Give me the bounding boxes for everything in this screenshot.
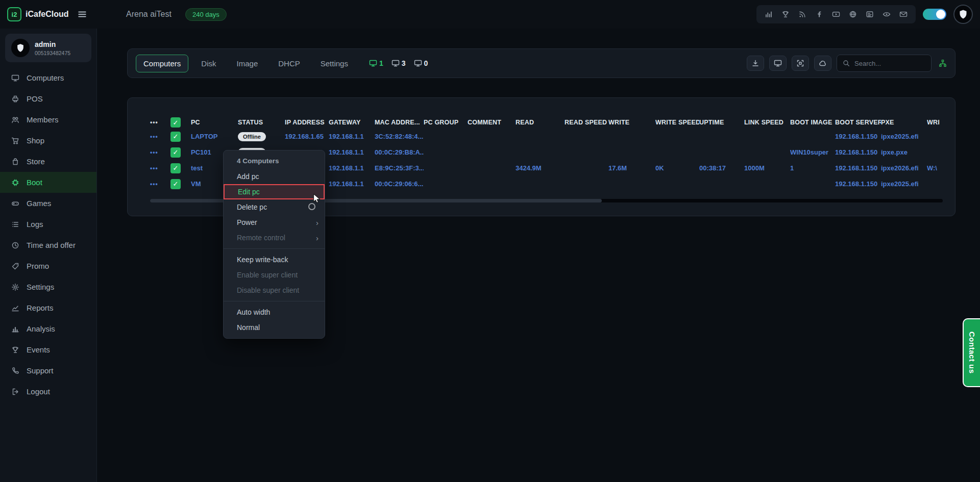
network-topology-icon[interactable] bbox=[939, 59, 947, 67]
cell-boot_server: 192.168.1.150 bbox=[835, 133, 877, 140]
col-write: WRITE bbox=[608, 119, 655, 126]
sidebar-item-store[interactable]: Store bbox=[0, 151, 96, 172]
workspace-title: Arena aiTest bbox=[126, 10, 172, 19]
import-button[interactable] bbox=[747, 56, 764, 71]
sidebar-item-logs[interactable]: Logs bbox=[0, 214, 96, 235]
menu-item-auto-width[interactable]: Auto width bbox=[224, 305, 325, 320]
stats-icon[interactable] bbox=[765, 10, 773, 18]
tab-disk[interactable]: Disk bbox=[193, 55, 224, 72]
cell-mac: 00:0C:29:B8:A... bbox=[375, 148, 424, 156]
facebook-icon[interactable] bbox=[815, 10, 823, 18]
logout-icon bbox=[11, 388, 19, 396]
monitor-button[interactable] bbox=[769, 56, 787, 71]
row-checkbox[interactable]: ✓ bbox=[170, 163, 181, 173]
row-actions-button[interactable]: ••• bbox=[150, 165, 158, 172]
menu-item-power[interactable]: Power› bbox=[224, 215, 325, 230]
sidebar-item-boot[interactable]: Boot bbox=[0, 172, 96, 193]
menu-item-enable-super-client[interactable]: Enable super client bbox=[224, 267, 325, 283]
sidebar-item-settings[interactable]: Settings bbox=[0, 276, 96, 297]
globe-icon[interactable] bbox=[849, 10, 857, 18]
eye-icon[interactable] bbox=[883, 10, 891, 18]
col-pc: PC bbox=[191, 119, 238, 126]
sidebar-item-support[interactable]: Support bbox=[0, 360, 96, 381]
context-menu: 4 Computers Add pcEdit pcDelete pcPower›… bbox=[223, 150, 325, 339]
menu-divider bbox=[224, 248, 325, 249]
avatar[interactable] bbox=[953, 5, 973, 24]
trophy-icon[interactable] bbox=[781, 10, 790, 18]
cell-gateway: 192.168.1.1 bbox=[329, 164, 364, 172]
pc-counter-0: 1 bbox=[369, 59, 383, 67]
pc-name[interactable]: test bbox=[191, 164, 203, 172]
row-checkbox[interactable]: ✓ bbox=[170, 132, 181, 142]
menu-item-disable-super-client[interactable]: Disable super client bbox=[224, 283, 325, 298]
tab-settings[interactable]: Settings bbox=[313, 55, 356, 72]
cloud-button[interactable] bbox=[814, 56, 831, 71]
pc-name[interactable]: PC101 bbox=[191, 148, 211, 156]
cell-pxe: ipxe2026.efi bbox=[881, 164, 919, 172]
submenu-arrow-icon: › bbox=[316, 234, 318, 242]
sidebar-item-reports[interactable]: Reports bbox=[0, 297, 96, 318]
sidebar-item-logout[interactable]: Logout bbox=[0, 381, 96, 402]
import-icon bbox=[751, 59, 760, 67]
row-actions-button[interactable]: ••• bbox=[150, 181, 158, 188]
sidebar-item-promo[interactable]: Promo bbox=[0, 256, 96, 276]
cell-mac: E8:9C:25:3F:3... bbox=[375, 164, 424, 172]
cell-write: 17.6M bbox=[608, 164, 627, 172]
search-input[interactable] bbox=[854, 60, 926, 67]
cell-ip: 192.168.1.65 bbox=[285, 133, 324, 140]
rss-icon[interactable] bbox=[798, 10, 806, 18]
sidebar-item-time-and-offer[interactable]: Time and offer bbox=[0, 235, 96, 256]
menu-item-add-pc[interactable]: Add pc bbox=[224, 169, 325, 184]
pc-counter-1: 3 bbox=[391, 59, 406, 67]
context-menu-title: 4 Computers bbox=[224, 154, 325, 169]
row-checkbox[interactable]: ✓ bbox=[170, 147, 181, 158]
col-boot_server: BOOT SERVER bbox=[835, 119, 881, 126]
sidebar-item-pos[interactable]: POS bbox=[0, 88, 96, 109]
sidebar-item-events[interactable]: Events bbox=[0, 339, 96, 360]
scan-button[interactable] bbox=[792, 56, 809, 71]
docs-icon[interactable] bbox=[866, 10, 874, 18]
youtube-icon[interactable] bbox=[832, 10, 840, 18]
trophy-icon bbox=[11, 346, 19, 354]
tabs-card: ComputersDiskImageDHCPSettings 130 bbox=[127, 48, 955, 78]
phone-icon bbox=[11, 367, 19, 375]
menu-item-edit-pc[interactable]: Edit pc bbox=[224, 184, 325, 199]
scan-icon bbox=[796, 59, 804, 67]
hamburger-menu-icon[interactable] bbox=[78, 10, 87, 21]
table-header: •••✓PCSTATUSIP ADDRESSGATEWAYMAC ADDRE..… bbox=[150, 116, 943, 129]
row-checkbox[interactable]: ✓ bbox=[170, 179, 181, 189]
brand-name: iCafeCloud bbox=[26, 10, 68, 19]
row-actions-button[interactable]: ••• bbox=[150, 149, 158, 156]
theme-toggle[interactable] bbox=[923, 9, 946, 20]
tab-dhcp[interactable]: DHCP bbox=[271, 55, 308, 72]
pc-name[interactable]: LAPTOP bbox=[191, 133, 218, 140]
app-logo-icon: i2 bbox=[7, 7, 21, 21]
sidebar-item-computers[interactable]: Computers bbox=[0, 67, 96, 88]
col-pxe: PXE bbox=[881, 119, 927, 126]
select-all-checkbox[interactable]: ✓ bbox=[170, 117, 181, 128]
menu-item-keep-write-back[interactable]: Keep write-back bbox=[224, 252, 325, 267]
sidebar-item-members[interactable]: Members bbox=[0, 109, 96, 130]
pos-icon bbox=[11, 95, 19, 103]
contact-us-button[interactable]: Contact us bbox=[963, 318, 980, 387]
scrollbar-thumb[interactable] bbox=[150, 199, 602, 202]
sidebar-item-shop[interactable]: Shop bbox=[0, 130, 96, 151]
menu-divider bbox=[224, 301, 325, 301]
col-wri: WRI bbox=[927, 119, 943, 126]
cloud-icon bbox=[819, 59, 827, 67]
pc-counter-2: 0 bbox=[414, 59, 428, 67]
list-icon bbox=[11, 220, 19, 229]
user-card[interactable]: admin 005193482475 bbox=[5, 34, 91, 62]
cell-write_speed: 0K bbox=[655, 164, 664, 172]
row-actions-button[interactable]: ••• bbox=[150, 133, 158, 140]
pc-name[interactable]: VM bbox=[191, 180, 201, 188]
sidebar-item-analysis[interactable]: Analysis bbox=[0, 318, 96, 339]
tab-computers[interactable]: Computers bbox=[136, 55, 188, 72]
cell-boot_server: 192.168.1.150 bbox=[835, 164, 877, 172]
col-link_speed: LINK SPEED bbox=[744, 119, 790, 126]
menu-item-remote-control[interactable]: Remote control› bbox=[224, 230, 325, 245]
mail-icon[interactable] bbox=[899, 10, 908, 18]
menu-item-normal[interactable]: Normal bbox=[224, 320, 325, 335]
tab-image[interactable]: Image bbox=[229, 55, 266, 72]
sidebar-item-games[interactable]: Games bbox=[0, 193, 96, 214]
